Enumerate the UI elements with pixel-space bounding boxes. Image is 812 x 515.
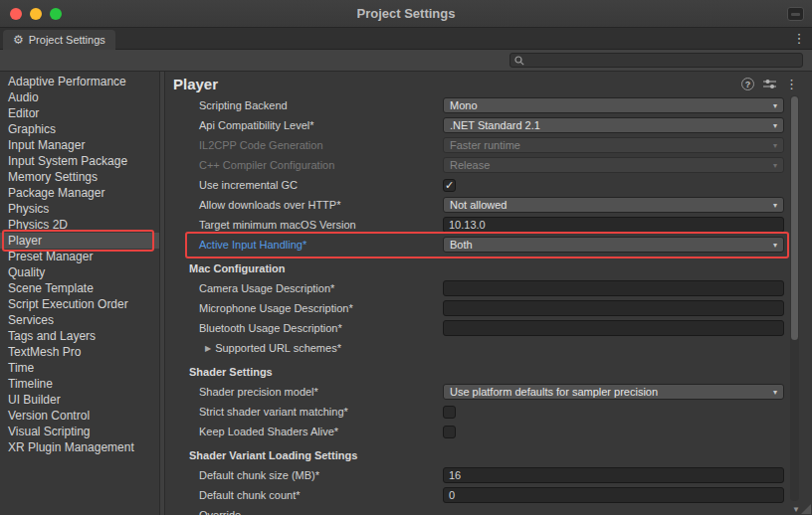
active-input-handling-dropdown[interactable]: Both▾ <box>443 237 784 253</box>
target-minimum-macos-version-field[interactable]: 10.13.0 <box>443 217 784 233</box>
sidebar-item-preset-manager[interactable]: Preset Manager <box>0 249 159 264</box>
camera-usage-description-field[interactable] <box>443 280 784 296</box>
setting-label: Keep Loaded Shaders Alive* <box>199 426 338 437</box>
main-more-icon[interactable]: ⋮ <box>785 77 798 91</box>
sidebar-item-label: Scene Template <box>8 281 94 295</box>
chevron-down-icon: ▾ <box>773 241 777 250</box>
resize-grip[interactable] <box>801 504 811 514</box>
sidebar-item-visual-scripting[interactable]: Visual Scripting <box>0 424 159 439</box>
keep-loaded-shaders-alive-checkbox[interactable] <box>443 426 456 438</box>
strict-shader-variant-matching-checkbox[interactable] <box>443 406 456 419</box>
scrollbar-thumb[interactable] <box>791 96 798 340</box>
setting-label-wrap: Camera Usage Description* <box>199 282 443 294</box>
setting-row-api-compatibility-level: Api Compatibility Level*.NET Standard 2.… <box>165 115 812 135</box>
setting-label: Allow downloads over HTTP* <box>199 199 340 211</box>
sidebar-item-ui-builder[interactable]: UI Builder <box>0 392 159 408</box>
microphone-usage-description-field[interactable] <box>443 300 784 316</box>
sidebar-item-tags-and-layers[interactable]: Tags and Layers <box>0 328 159 344</box>
tab-more-icon[interactable]: ⋮ <box>792 31 806 46</box>
sidebar-item-label: Package Manager <box>8 186 104 200</box>
sidebar-item-input-system-package[interactable]: Input System Package <box>0 153 159 169</box>
setting-label-wrap: Scripting Backend <box>199 99 443 111</box>
tab-project-settings[interactable]: ⚙ Project Settings <box>3 30 115 50</box>
sidebar-item-memory-settings[interactable]: Memory Settings <box>0 169 159 185</box>
foldout-arrow-icon[interactable]: ▶ <box>205 344 211 353</box>
setting-label: Api Compatibility Level* <box>199 119 314 131</box>
sidebar-item-label: Editor <box>8 106 39 120</box>
setting-label-wrap: Allow downloads over HTTP* <box>199 199 443 211</box>
bluetooth-usage-description-field[interactable] <box>443 320 784 336</box>
setting-row-allow-downloads-over-http: Allow downloads over HTTP*Not allowed▾ <box>165 195 812 215</box>
content: Adaptive PerformanceAudioEditorGraphicsI… <box>0 72 812 515</box>
setting-row-bluetooth-usage-description: Bluetooth Usage Description* <box>165 318 812 338</box>
search-input[interactable] <box>528 55 798 67</box>
sidebar-item-xr-plugin-management[interactable]: XR Plugin Management <box>0 439 159 455</box>
use-incremental-gc-checkbox[interactable]: ✓ <box>443 179 456 192</box>
sidebar-item-quality[interactable]: Quality <box>0 264 159 280</box>
header-icons: ? ⋮ <box>741 77 798 91</box>
search-field[interactable] <box>509 53 803 68</box>
help-icon[interactable]: ? <box>741 78 754 90</box>
sidebar-item-label: Player <box>8 234 42 248</box>
setting-row-default-chunk-count: Default chunk count*0 <box>165 485 812 505</box>
textfield-value: 10.13.0 <box>449 219 486 231</box>
scroll-down-icon[interactable]: ▼ <box>792 506 800 514</box>
setting-label-wrap: Active Input Handling* <box>199 239 443 251</box>
sidebar-item-physics[interactable]: Physics <box>0 201 159 217</box>
setting-label: C++ Compiler Configuration <box>199 159 334 171</box>
section-header-shader-settings: Shader Settings <box>165 358 812 382</box>
sidebar-item-services[interactable]: Services <box>0 312 159 328</box>
allow-downloads-over-http-dropdown[interactable]: Not allowed▾ <box>443 197 784 213</box>
sidebar-item-player[interactable]: Player <box>0 233 159 249</box>
sidebar-item-textmesh-pro[interactable]: TextMesh Pro <box>0 344 159 360</box>
sidebar-item-version-control[interactable]: Version Control <box>0 408 159 424</box>
setting-row-scripting-backend: Scripting BackendMono▾ <box>165 95 812 115</box>
sidebar-item-adaptive-performance[interactable]: Adaptive Performance <box>0 74 159 89</box>
setting-label-wrap: Default chunk size (MB)* <box>199 469 443 481</box>
setting-row-shader-precision-model: Shader precision model*Use platform defa… <box>165 382 812 402</box>
setting-row-supported-url-schemes: ▶Supported URL schemes* <box>165 338 812 358</box>
zoom-button[interactable] <box>50 8 62 20</box>
setting-label-wrap: Shader precision model* <box>199 386 443 398</box>
sidebar-item-label: Version Control <box>8 409 90 423</box>
presets-icon[interactable] <box>763 79 776 89</box>
sidebar-item-scene-template[interactable]: Scene Template <box>0 280 159 296</box>
sidebar-item-label: Physics <box>8 202 49 216</box>
titlebar-action-icon[interactable] <box>787 7 804 21</box>
window-title: Project Settings <box>0 6 812 21</box>
setting-label: Strict shader variant matching* <box>199 406 348 418</box>
traffic-lights <box>10 0 62 27</box>
scripting-backend-dropdown[interactable]: Mono▾ <box>443 97 784 113</box>
close-button[interactable] <box>10 8 22 20</box>
default-chunk-size-mb-field[interactable]: 16 <box>443 467 784 483</box>
titlebar: Project Settings <box>0 0 812 28</box>
setting-label: Use incremental GC <box>199 179 298 191</box>
sidebar-item-physics-2d[interactable]: Physics 2D <box>0 217 159 233</box>
setting-label: Default chunk size (MB)* <box>199 469 319 481</box>
vertical-scrollbar[interactable] <box>790 95 799 501</box>
setting-label-wrap: Strict shader variant matching* <box>199 406 443 418</box>
shader-precision-model-dropdown[interactable]: Use platform defaults for sampler precis… <box>443 384 784 400</box>
sidebar-item-time[interactable]: Time <box>0 360 159 376</box>
sidebar-item-package-manager[interactable]: Package Manager <box>0 185 159 201</box>
checkmark-icon: ✓ <box>445 180 454 191</box>
default-chunk-count-field[interactable]: 0 <box>443 487 784 503</box>
sidebar-item-editor[interactable]: Editor <box>0 105 159 121</box>
sidebar-item-audio[interactable]: Audio <box>0 89 159 105</box>
sidebar-item-script-execution-order[interactable]: Script Execution Order <box>0 296 159 312</box>
sidebar-item-label: Audio <box>8 90 39 104</box>
sidebar-item-graphics[interactable]: Graphics <box>0 121 159 137</box>
dropdown-value: .NET Standard 2.1 <box>450 119 769 131</box>
page-title: Player <box>173 76 741 92</box>
sidebar-item-label: Services <box>8 313 54 327</box>
sidebar-item-timeline[interactable]: Timeline <box>0 376 159 392</box>
settings-rows: Scripting BackendMono▾Api Compatibility … <box>165 93 812 515</box>
minimize-button[interactable] <box>30 8 42 20</box>
sidebar-item-label: Input Manager <box>8 138 85 152</box>
sidebar-item-label: Script Execution Order <box>8 297 128 311</box>
chevron-down-icon: ▾ <box>773 161 777 170</box>
setting-row-default-chunk-size-mb: Default chunk size (MB)*16 <box>165 465 812 485</box>
api-compatibility-level-dropdown[interactable]: .NET Standard 2.1▾ <box>443 117 784 133</box>
sidebar-item-input-manager[interactable]: Input Manager <box>0 137 159 153</box>
project-settings-window: Project Settings ⚙ Project Settings ⋮ Ad… <box>0 0 812 515</box>
